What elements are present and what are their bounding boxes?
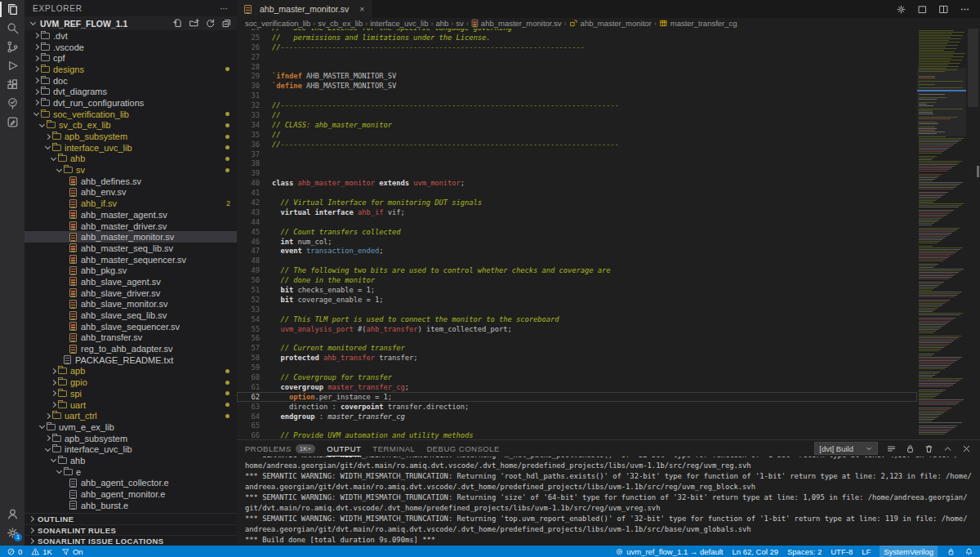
clear-output-icon[interactable] <box>924 443 934 454</box>
tree-item[interactable]: .dvt <box>24 30 237 42</box>
tree-item[interactable]: sv <box>24 164 237 176</box>
tree-item[interactable]: reg_to_ahb_adapter.sv <box>24 343 237 354</box>
tree-item[interactable]: apb <box>24 366 237 377</box>
tree-item[interactable]: interface_uvc_lib <box>24 142 237 154</box>
breadcrumb-item[interactable]: sv_cb_ex_lib <box>318 19 363 28</box>
tab-ahb-master-monitor[interactable]: ahb_master_monitor.sv × <box>237 0 372 18</box>
tree-item[interactable]: .vscode <box>24 42 237 53</box>
sidebar-section-sonarlint-rules[interactable]: SONARLINT RULES <box>24 524 237 535</box>
lock-icon[interactable] <box>905 443 915 454</box>
panel-tab-terminal[interactable]: TERMINAL <box>372 440 415 457</box>
activity-test-icon[interactable] <box>0 94 24 113</box>
close-icon[interactable]: × <box>359 4 364 14</box>
tree-item[interactable]: ahb <box>24 154 237 165</box>
refresh-icon[interactable] <box>205 18 216 29</box>
tree-item[interactable]: sv_cb_ex_lib <box>24 120 237 131</box>
activity-extensions-icon[interactable] <box>0 75 24 94</box>
tree-item[interactable]: ahb_master_driver.sv <box>24 221 237 232</box>
sidebar-section-sonarlint-issue-locations[interactable]: SONARLINT ISSUE LOCATIONS <box>24 535 237 546</box>
status-item-ln-62-col-29[interactable]: Ln 62, Col 29 <box>732 547 778 556</box>
tree-item[interactable]: uart <box>24 399 237 411</box>
breadcrumb-item[interactable]: ahb_master_monitor <box>569 19 652 28</box>
activity-explorer-icon[interactable] <box>0 0 24 19</box>
activity-source-control-icon[interactable] <box>0 38 24 56</box>
tree-item[interactable]: apb_subsystem <box>24 433 237 444</box>
tree-item[interactable]: ahb_burst.e <box>24 500 237 511</box>
collapse-all-icon[interactable] <box>221 18 232 29</box>
activity-dvt-tools-icon[interactable] <box>0 113 24 131</box>
tree-item[interactable]: ahb_agent_collector.e <box>24 478 237 489</box>
more-actions-icon[interactable]: ⋯ <box>220 4 229 13</box>
tree-item[interactable]: ahb_master_monitor.sv <box>24 231 237 243</box>
status-item-uvm-ref-flow-1-1-default[interactable]: uvm_ref_flow_1.1 → default <box>615 547 723 556</box>
tree-item[interactable]: PACKAGE_README.txt <box>24 354 237 366</box>
breadcrumb-item[interactable]: sv <box>456 19 464 28</box>
status-item-0[interactable]: 0 <box>7 547 22 556</box>
tree-item[interactable]: doc <box>24 75 237 87</box>
workspace-header[interactable]: UVM_REF_FLOW_1.1 <box>24 16 237 30</box>
status-item-1k[interactable]: 1K <box>31 547 52 556</box>
tree-item[interactable]: uart_ctrl <box>24 410 237 421</box>
tree-item[interactable]: ahb_slave_sequencer.sv <box>24 321 237 332</box>
more-actions-icon[interactable] <box>960 4 970 15</box>
close-panel-icon[interactable] <box>961 443 972 454</box>
status-item-systemverilog[interactable]: SystemVerilog <box>880 546 938 557</box>
tree-item[interactable]: uvm_e_ex_lib <box>24 421 237 433</box>
status-item[interactable] <box>947 547 956 556</box>
status-item-on[interactable]: On <box>61 547 83 556</box>
status-item-utf-8[interactable]: UTF-8 <box>831 547 853 556</box>
sidebar-section-outline[interactable]: OUTLINE <box>24 514 237 524</box>
split-editor-icon[interactable] <box>938 4 949 15</box>
open-changes-icon[interactable] <box>917 4 928 15</box>
activity-search-icon[interactable] <box>0 19 24 38</box>
tree-item[interactable]: ahb_pkg.sv <box>24 265 237 276</box>
minimap[interactable] <box>917 29 966 439</box>
settings-gear-icon[interactable] <box>896 4 906 15</box>
new-file-icon[interactable] <box>172 18 183 29</box>
tree-item[interactable]: dvt_diagrams <box>24 86 237 97</box>
status-item[interactable] <box>964 547 973 556</box>
scrollbar-slider[interactable] <box>968 29 978 107</box>
tree-item[interactable]: interface_uvc_lib <box>24 443 237 455</box>
tree-item[interactable]: designs <box>24 64 237 75</box>
panel-tab-output[interactable]: OUTPUT <box>327 440 361 457</box>
breadcrumb-item[interactable]: master_transfer_cg <box>659 19 737 28</box>
breadcrumb-item[interactable]: ahb_master_monitor.sv <box>471 19 562 28</box>
tree-item[interactable]: spi <box>24 388 237 399</box>
tree-item[interactable]: dvt_run_configurations <box>24 97 237 109</box>
panel-tab-problems[interactable]: PROBLEMS1K+ <box>245 440 315 457</box>
editor-scrollbar[interactable] <box>966 29 980 439</box>
tree-item[interactable]: ahb_master_agent.sv <box>24 209 237 221</box>
output-console[interactable]: *** SEMANTIC WARNING: WIDTH_MISMATCH_TRU… <box>237 457 980 545</box>
tree-item[interactable]: apb_subsystem <box>24 131 237 142</box>
new-folder-icon[interactable] <box>189 18 199 29</box>
activity-account-icon[interactable] <box>0 505 24 524</box>
activity-settings-gear-icon[interactable]: 1 <box>0 524 24 542</box>
breadcrumb-item[interactable]: soc_verification_lib <box>245 19 310 28</box>
maximize-panel-icon[interactable] <box>942 443 953 454</box>
status-item-lf[interactable]: LF <box>862 547 871 556</box>
tree-item[interactable]: e <box>24 466 237 478</box>
output-channel-select[interactable]: [dvt] Build <box>814 442 878 455</box>
activity-run-debug-icon[interactable] <box>0 56 24 75</box>
tree-item[interactable]: cpf <box>24 52 237 64</box>
tree-item[interactable]: ahb_defines.sv <box>24 176 237 187</box>
tree-item[interactable]: ahb_slave_monitor.sv <box>24 299 237 310</box>
status-item-spaces-2[interactable]: Spaces: 2 <box>787 547 822 556</box>
tree-item[interactable]: gpio <box>24 377 237 388</box>
breadcrumb-item[interactable]: ahb <box>435 19 448 28</box>
tree-item[interactable]: ahb_if.sv2 <box>24 198 237 209</box>
tree-item[interactable]: ahb_agent_monitor.e <box>24 488 237 500</box>
panel-tab-debug-console[interactable]: DEBUG CONSOLE <box>426 440 499 457</box>
output-actions-icon[interactable] <box>886 443 897 454</box>
breadcrumb-item[interactable]: interface_uvc_lib <box>370 19 428 28</box>
code-editor[interactable]: 24// See the License for the specific la… <box>237 29 980 439</box>
tree-item[interactable]: ahb <box>24 455 237 466</box>
tree-item[interactable]: ahb_transfer.sv <box>24 332 237 344</box>
tree-item[interactable]: ahb_env.sv <box>24 187 237 198</box>
tree-item[interactable]: ahb_master_seq_lib.sv <box>24 243 237 254</box>
tree-item[interactable]: ahb_slave_driver.sv <box>24 287 237 299</box>
file-tree[interactable]: .dvt.vscodecpfdesignsdocdvt_diagramsdvt_… <box>24 30 237 513</box>
tree-item[interactable]: ahb_slave_agent.sv <box>24 276 237 287</box>
tree-item[interactable]: ahb_master_sequencer.sv <box>24 254 237 265</box>
